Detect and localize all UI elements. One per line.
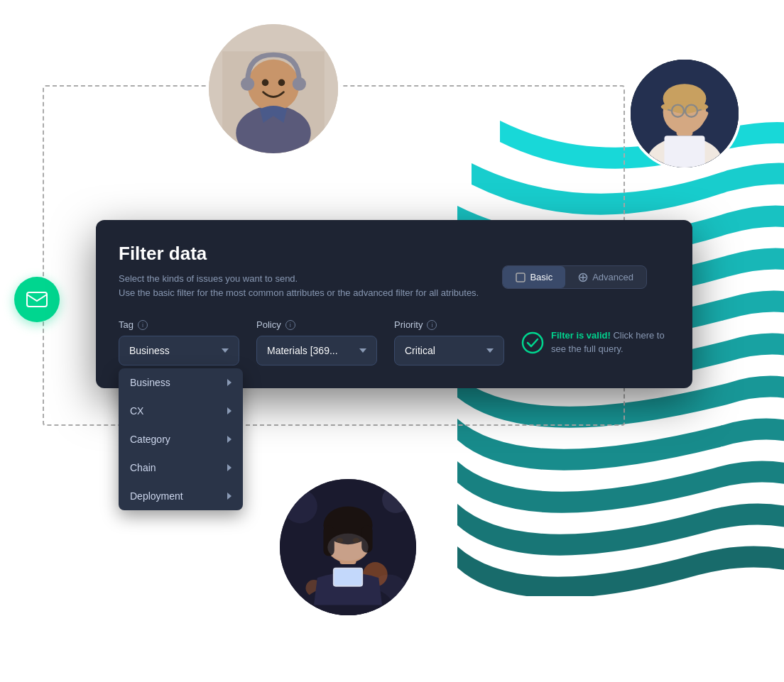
filter-valid-badge[interactable]: Filter is valid! Click here to see the f… [521, 329, 670, 355]
priority-dropdown[interactable]: Critical [394, 336, 504, 365]
mail-button[interactable] [14, 277, 60, 322]
filter-card: Filter data Select the kinds of issues y… [96, 220, 692, 388]
policy-dropdown[interactable]: Materials [369... [256, 336, 377, 365]
dropdown-item-business[interactable]: Business [119, 368, 243, 397]
policy-chevron-icon [359, 348, 366, 353]
svg-rect-37 [334, 569, 361, 585]
tag-label: Tag i [119, 319, 239, 330]
dropdown-item-chain[interactable]: Chain [119, 453, 243, 482]
svg-point-5 [241, 77, 254, 91]
tag-info-icon[interactable]: i [138, 320, 148, 330]
priority-info-icon[interactable]: i [427, 320, 437, 330]
filter-mode-toggle[interactable]: Basic Advanced [502, 265, 647, 289]
chain-chevron-right-icon [227, 464, 232, 471]
category-chevron-right-icon [227, 436, 232, 443]
tag-filter-group: Tag i Business [119, 319, 239, 365]
tag-chevron-icon [222, 348, 229, 353]
avatar-man [206, 21, 341, 156]
deployment-chevron-right-icon [227, 493, 232, 500]
svg-point-23 [283, 489, 317, 523]
avatar-woman-right [628, 57, 741, 170]
svg-point-4 [248, 60, 300, 111]
tag-dropdown[interactable]: Business [119, 336, 239, 365]
svg-rect-21 [665, 136, 705, 167]
dropdown-item-category[interactable]: Category [119, 425, 243, 453]
svg-point-38 [327, 534, 369, 561]
advanced-toggle-button[interactable]: Advanced [565, 266, 646, 288]
filter-valid-text: Filter is valid! Click here to see the f… [551, 329, 670, 355]
policy-filter-group: Policy i Materials [369... [256, 319, 377, 365]
svg-point-7 [262, 79, 269, 87]
business-chevron-right-icon [227, 379, 232, 386]
avatar-woman-center [277, 476, 419, 618]
dropdown-item-deployment[interactable]: Deployment [119, 482, 243, 510]
filter-fields: Tag i Business Policy i Materials [119, 319, 670, 365]
svg-point-8 [278, 79, 285, 87]
policy-label: Policy i [256, 319, 377, 330]
dropdown-item-cx[interactable]: CX [119, 397, 243, 425]
basic-toggle-button[interactable]: Basic [503, 266, 565, 288]
policy-info-icon[interactable]: i [285, 320, 295, 330]
priority-label: Priority i [394, 319, 504, 330]
cx-chevron-right-icon [227, 407, 232, 414]
svg-point-44 [523, 333, 543, 353]
priority-chevron-icon [486, 348, 494, 353]
priority-filter-group: Priority i Critical [394, 319, 504, 365]
filter-title: Filter data [119, 243, 670, 265]
svg-point-24 [382, 486, 409, 513]
svg-point-6 [293, 77, 306, 91]
tag-dropdown-menu: Business CX Category Chain Deployment [119, 368, 243, 510]
svg-rect-40 [516, 273, 525, 282]
filter-row: Tag i Business Policy i Materials [119, 319, 670, 365]
svg-rect-39 [27, 292, 47, 307]
